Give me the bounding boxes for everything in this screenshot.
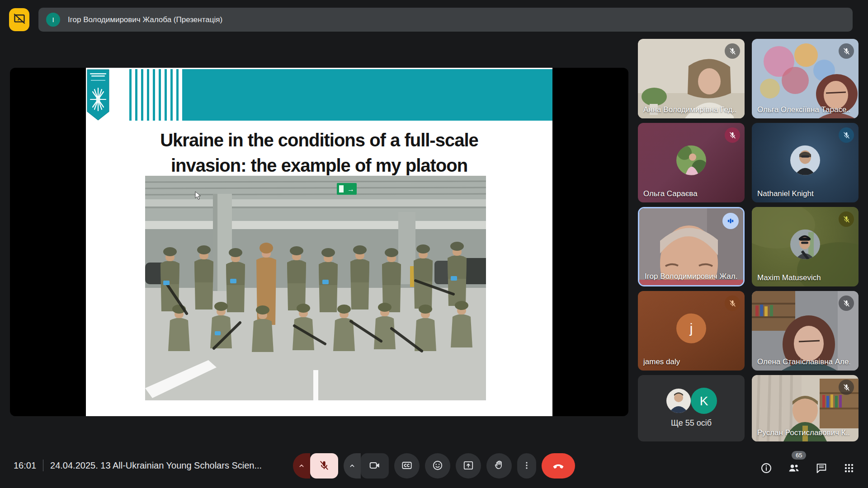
present-icon xyxy=(462,460,474,473)
call-controls xyxy=(293,453,575,479)
tile-olena[interactable]: Олена Станіславівна Але... xyxy=(752,291,859,371)
letter-avatar: j xyxy=(676,314,706,343)
mic-control-group xyxy=(293,453,338,479)
platoon-photo: → xyxy=(145,176,486,400)
activities-button[interactable] xyxy=(843,462,855,474)
speaking-indicator-icon xyxy=(722,213,739,229)
tile-ruslan[interactable]: Руслан Ростиславович К... xyxy=(752,375,859,441)
overflow-avatars: K xyxy=(665,387,717,415)
overflow-letter: K xyxy=(700,394,708,408)
participant-name: Maxim Matusevich xyxy=(757,273,821,282)
presentation-hidden-button[interactable] xyxy=(9,8,29,31)
tile-anna[interactable]: Анна Володимирівна Гед... xyxy=(638,39,745,118)
presentation-stage: Ukraine in the conditions of a full-scal… xyxy=(10,68,628,416)
avatar xyxy=(676,145,706,175)
participant-count-badge: 65 xyxy=(792,451,806,460)
camera-icon xyxy=(369,460,381,473)
university-crest-logo xyxy=(87,69,109,122)
camera-control-group xyxy=(344,453,389,479)
avatar xyxy=(790,145,820,175)
presentation-off-icon xyxy=(13,13,26,27)
participant-name: Олена Станіславівна Але... xyxy=(757,357,850,366)
end-call-button[interactable] xyxy=(542,453,575,479)
camera-button[interactable] xyxy=(361,453,389,479)
mic-muted-icon xyxy=(839,211,854,227)
panel-icons: 65 xyxy=(760,462,855,474)
mic-muted-icon xyxy=(725,43,740,59)
slide-header-stripes xyxy=(126,69,183,121)
tile-olha-tarasenko[interactable]: Ольга Олексіївна Тарасе... xyxy=(752,39,859,118)
presenter-avatar: I xyxy=(46,13,60,27)
hand-icon xyxy=(493,460,505,473)
mic-muted-icon xyxy=(839,127,854,143)
mic-muted-icon xyxy=(839,296,854,311)
mic-muted-icon xyxy=(725,127,740,143)
raise-hand-button[interactable] xyxy=(486,453,512,479)
more-people-label: Ще 55 осіб xyxy=(638,418,745,428)
slide-header-band xyxy=(183,69,552,121)
captions-icon xyxy=(401,460,413,473)
participant-name: Ольга Олексіївна Тарасе... xyxy=(757,105,850,114)
clock: 16:01 xyxy=(14,460,36,471)
meeting-title: 24.04.2025. 13 All-Ukrainian Young Schol… xyxy=(50,460,262,471)
presenter-chip-label: Ігор Володимирович Жалоба (Презентація) xyxy=(68,15,222,24)
meeting-details-button[interactable] xyxy=(760,462,773,474)
presenter-chip[interactable]: I Ігор Володимирович Жалоба (Презентація… xyxy=(38,8,853,32)
tile-olha-saraieva[interactable]: Ольга Сараєва xyxy=(638,123,745,202)
participant-name: Руслан Ростиславович К... xyxy=(757,428,850,437)
call-end-icon xyxy=(552,459,565,473)
tile-maxim-matusevich[interactable]: Maxim Matusevich xyxy=(752,207,859,286)
mic-mute-button[interactable] xyxy=(310,453,338,479)
tile-more-people[interactable]: K Ще 55 осіб xyxy=(638,375,745,441)
participant-name: Анна Володимирівна Гед... xyxy=(643,105,736,114)
mouse-cursor xyxy=(195,191,202,202)
slide-title: Ukraine in the conditions of a full-scal… xyxy=(86,127,552,178)
more-options-button[interactable] xyxy=(517,453,536,479)
chat-panel-button[interactable] xyxy=(815,462,828,474)
more-vert-icon xyxy=(522,460,532,472)
mic-muted-icon xyxy=(839,43,854,59)
participant-name: james daly xyxy=(643,357,680,366)
smiley-icon xyxy=(432,460,443,473)
mic-muted-icon xyxy=(725,296,740,311)
participant-name: Ольга Сараєва xyxy=(643,189,698,198)
participant-name: Nathaniel Knight xyxy=(757,189,814,198)
mic-muted-icon xyxy=(839,380,854,395)
slide: Ukraine in the conditions of a full-scal… xyxy=(86,68,552,416)
mic-off-icon xyxy=(318,460,330,473)
meeting-info: 16:01 24.04.2025. 13 All-Ukrainian Young… xyxy=(14,455,262,476)
participant-name: Ігор Володимирович Жал... xyxy=(645,272,737,281)
meet-window: I Ігор Володимирович Жалоба (Презентація… xyxy=(0,0,868,488)
tile-james-daly[interactable]: j james daly xyxy=(638,291,745,371)
captions-button[interactable] xyxy=(394,453,420,479)
camera-options-button[interactable] xyxy=(344,453,361,479)
mic-options-button[interactable] xyxy=(293,453,310,479)
reactions-button[interactable] xyxy=(425,453,450,479)
exit-sign-arrow: → xyxy=(347,185,354,193)
divider xyxy=(43,460,43,471)
present-button[interactable] xyxy=(456,453,481,479)
people-panel-button[interactable]: 65 xyxy=(788,462,800,474)
tile-ihor-zhaloba[interactable]: Ігор Володимирович Жал... xyxy=(638,207,745,286)
tile-nathaniel-knight[interactable]: Nathaniel Knight xyxy=(752,123,859,202)
avatar xyxy=(790,230,820,259)
